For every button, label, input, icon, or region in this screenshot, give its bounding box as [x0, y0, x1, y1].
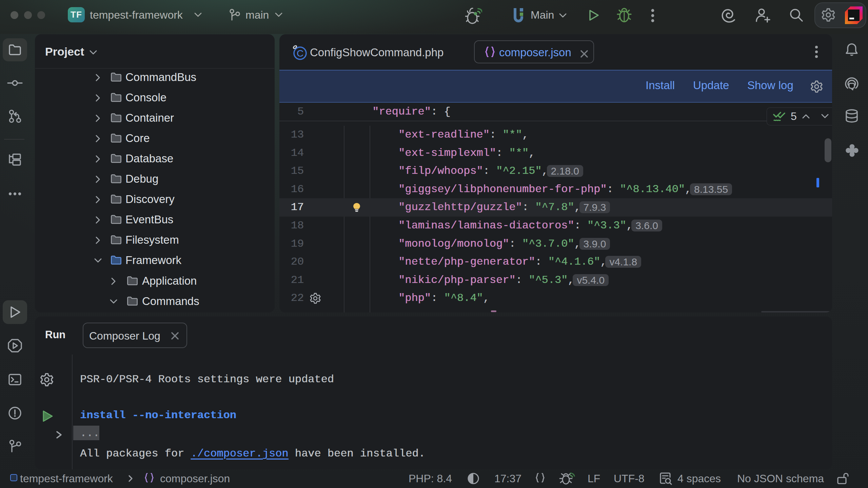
svg-text:C: C	[297, 48, 303, 59]
